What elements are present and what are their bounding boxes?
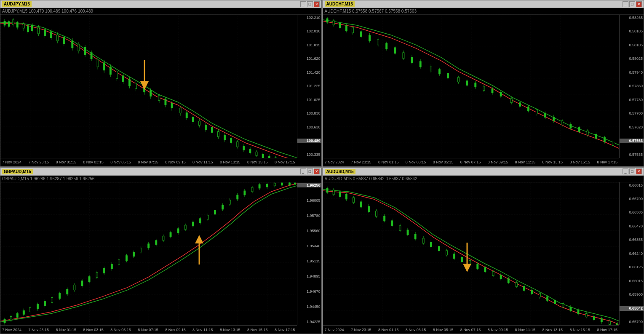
price-current-audusd: 0.65842	[620, 306, 644, 311]
svg-rect-185	[44, 301, 46, 306]
svg-rect-273	[375, 211, 377, 216]
svg-rect-73	[224, 135, 226, 140]
maximize-btn-audusd[interactable]: □	[629, 168, 635, 174]
svg-rect-221	[177, 228, 179, 232]
svg-rect-259	[326, 188, 328, 192]
svg-rect-205	[118, 259, 120, 265]
svg-rect-123	[411, 57, 413, 63]
svg-rect-145	[510, 99, 512, 103]
svg-rect-81	[249, 149, 251, 153]
svg-rect-151	[536, 110, 537, 114]
svg-rect-35	[97, 59, 99, 67]
svg-rect-85	[262, 155, 264, 158]
svg-rect-33	[91, 53, 92, 59]
svg-rect-43	[122, 76, 124, 82]
svg-rect-139	[483, 86, 484, 91]
chart-area-gbpaud[interactable]: 1.96256 1.96005 1.95780 1.95560 1.95340 …	[0, 182, 321, 334]
svg-rect-245	[266, 184, 268, 187]
svg-rect-141	[491, 89, 493, 93]
svg-rect-253	[294, 182, 296, 184]
price-101025: 101.025	[297, 98, 321, 102]
svg-marker-97	[140, 81, 149, 90]
svg-rect-105	[339, 23, 341, 28]
svg-rect-201	[103, 268, 105, 273]
close-btn-audchf[interactable]: ✕	[636, 1, 642, 7]
maximize-btn-gbpaud[interactable]: □	[307, 168, 313, 174]
close-btn-gbpaud[interactable]: ✕	[314, 168, 320, 174]
svg-rect-99	[323, 15, 620, 158]
time-9: 8 Nov 15:15	[247, 160, 268, 164]
svg-rect-103	[333, 21, 334, 25]
svg-rect-175	[10, 316, 12, 320]
svg-rect-287	[430, 242, 432, 246]
price-102010: 102.010	[297, 29, 321, 34]
price-scale-audchf: 0.58265 0.58185 0.58105 0.58025 0.57940 …	[619, 15, 644, 158]
svg-rect-289	[438, 246, 440, 251]
svg-rect-131	[447, 73, 449, 78]
minimize-btn-gbpaud[interactable]: _	[300, 168, 306, 174]
svg-rect-143	[500, 92, 502, 96]
svg-rect-137	[474, 83, 476, 87]
svg-rect-79	[243, 146, 245, 150]
svg-rect-69	[211, 127, 213, 133]
svg-rect-311	[523, 286, 525, 290]
svg-rect-71	[218, 132, 219, 137]
svg-rect-223	[184, 225, 186, 229]
svg-rect-115	[377, 40, 379, 45]
price-scale-gbpaud: 1.96256 1.96005 1.95780 1.95560 1.95340 …	[297, 182, 321, 326]
svg-rect-283	[414, 234, 416, 239]
price-101620: 101.620	[297, 56, 321, 61]
svg-rect-59	[179, 108, 181, 113]
time-scale-gbpaud: 7 Nov 2024 7 Nov 23:15 8 Nov 01:15 8 Nov…	[0, 325, 297, 334]
chart-header-audchf: AUDCHF,M15 0.57558 0.57567 0.57558 0.575…	[323, 8, 644, 15]
svg-rect-39	[110, 67, 111, 75]
svg-rect-207	[126, 255, 127, 260]
svg-rect-333	[609, 321, 610, 324]
svg-rect-239	[244, 190, 246, 195]
time-10: 8 Nov 17:15	[275, 160, 295, 164]
time-4: 8 Nov 05:15	[110, 160, 131, 164]
arrow-up-gbpaud	[193, 235, 206, 265]
svg-rect-293	[453, 254, 455, 258]
minimize-btn-audusd[interactable]: _	[623, 168, 628, 174]
svg-rect-119	[394, 48, 395, 53]
chart-header-gbpaud: GBPAUD,M15 1.96286 1.96287 1,96256 1.962…	[0, 176, 321, 182]
svg-marker-254	[195, 235, 203, 243]
time-8: 8 Nov 13:15	[220, 160, 240, 164]
svg-rect-269	[360, 201, 362, 207]
time-1: 7 Nov 23:15	[28, 160, 49, 164]
svg-rect-169	[612, 141, 614, 146]
chart-area-audchf[interactable]: 0.58265 0.58185 0.58105 0.58025 0.57940 …	[323, 15, 644, 166]
minimize-btn-audjpy[interactable]: _	[300, 1, 306, 7]
svg-rect-251	[289, 182, 290, 184]
svg-rect-127	[430, 66, 432, 71]
chart-svg-gbpaud	[0, 182, 297, 326]
minimize-btn-audchf[interactable]: _	[623, 1, 628, 7]
svg-rect-275	[383, 216, 385, 221]
svg-rect-101	[326, 19, 328, 22]
svg-rect-281	[406, 230, 408, 235]
svg-rect-109	[352, 27, 353, 33]
close-btn-audusd[interactable]: ✕	[636, 168, 642, 174]
price-bottom-audjpy: 100.335	[297, 152, 321, 157]
svg-rect-203	[111, 264, 112, 269]
time-3: 8 Nov 03:15	[83, 160, 104, 164]
svg-rect-279	[399, 225, 401, 230]
svg-rect-65	[198, 121, 200, 126]
svg-rect-215	[155, 240, 157, 244]
svg-rect-19	[44, 29, 46, 36]
close-btn-audjpy[interactable]: ✕	[314, 1, 320, 7]
title-badge-audusd: AUDUSD,M15	[325, 169, 355, 174]
header-text-audchf: AUDCHF,M15 0.57558 0.57567 0.57558 0.575…	[325, 9, 417, 13]
time-6: 8 Nov 09:15	[165, 160, 186, 164]
svg-rect-5	[8, 21, 10, 27]
svg-rect-25	[63, 37, 65, 44]
svg-rect-75	[230, 139, 232, 143]
maximize-btn-audjpy[interactable]: □	[307, 1, 313, 7]
maximize-btn-audchf[interactable]: □	[629, 1, 635, 7]
svg-rect-303	[492, 271, 494, 275]
chart-area-audjpy[interactable]: 102.210 102.010 101.815 101.620 101.420 …	[0, 15, 321, 166]
chart-area-audusd[interactable]: 0.66815 0.66700 0.66585 0.66470 0.66355 …	[323, 182, 644, 334]
svg-rect-219	[170, 232, 171, 236]
price-scale-audjpy: 102.210 102.010 101.815 101.620 101.420 …	[297, 15, 321, 158]
